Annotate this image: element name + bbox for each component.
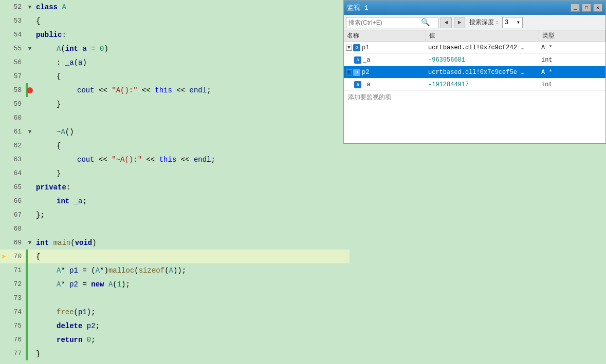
var-icon: p — [353, 69, 360, 76]
watch-cell-value: -1912844917 — [426, 79, 539, 90]
code-line: 76return 0; — [0, 333, 350, 347]
watch-var-type: A * — [541, 44, 553, 51]
line-number: 62 — [0, 142, 26, 149]
watch-row[interactable]: ▼ p p2 ucrtbased.dll!0x7c9cef5e (加载符... … — [344, 66, 605, 79]
code-line: 60 — [0, 111, 350, 125]
search-input[interactable] — [348, 19, 420, 26]
line-number: 65 — [0, 183, 26, 191]
code-line: 68 — [0, 222, 350, 236]
code-line: 53{ — [0, 14, 350, 28]
code-line: 59} — [0, 97, 350, 111]
code-content: : _a(a) — [34, 59, 350, 67]
watch-toolbar: 🔍 ◄ ► 搜索深度： 3 ▾ — [344, 15, 605, 30]
code-content: int main(void) — [34, 239, 350, 247]
execution-arrow: ➤ — [1, 251, 7, 262]
line-number: 52 — [0, 3, 26, 11]
code-line: 74free(p1); — [0, 305, 350, 319]
code-line: 75delete p2; — [0, 319, 350, 333]
code-content: A* p1 = (A*)malloc(sizeof(A)); — [34, 266, 350, 275]
forward-button[interactable]: ► — [454, 17, 465, 28]
expand-icon[interactable]: ▼ — [346, 45, 352, 51]
code-content: class A — [34, 3, 350, 11]
watch-cell-type: int — [539, 54, 605, 66]
watch-var-value: ucrtbased.dll!0x7c9cf242 (加载符... — [428, 43, 526, 52]
watch-cell-name: a _a — [344, 54, 426, 66]
code-line: 62{ — [0, 139, 350, 152]
fold-icon[interactable]: ▼ — [26, 46, 34, 52]
code-content: public: — [34, 31, 350, 39]
code-content: cout << "~A():" << this << endl; — [34, 156, 350, 164]
watch-titlebar: 监视 1 _ □ ✕ — [344, 1, 605, 15]
code-line: 72A* p2 = new A(1); — [0, 277, 350, 291]
var-icon: a — [354, 56, 361, 64]
minimize-button[interactable]: _ — [571, 4, 580, 12]
line-number: 61 — [0, 128, 26, 136]
watch-row[interactable]: ▼ p p1 ucrtbased.dll!0x7c9cf242 (加载符... … — [344, 42, 605, 54]
search-icon[interactable]: 🔍 — [420, 18, 430, 27]
code-content: free(p1); — [34, 308, 350, 316]
watch-var-name: p2 — [362, 69, 369, 76]
line-number: 72 — [0, 280, 26, 288]
watch-table: 名称 值 类型 ▼ p p1 ucrtbased.dll!0x7c9cf242 … — [344, 30, 605, 143]
close-button[interactable]: ✕ — [593, 4, 602, 12]
code-content: private: — [34, 183, 350, 191]
code-content: ~A() — [34, 128, 350, 136]
back-button[interactable]: ◄ — [440, 17, 452, 28]
code-line: 67}; — [0, 208, 350, 222]
code-content: { — [34, 253, 350, 261]
code-line: 58cout << "A():" << this << endl; — [0, 83, 350, 97]
fold-icon[interactable]: ▼ — [26, 129, 34, 135]
watch-cell-value: -963956601 — [426, 54, 539, 66]
watch-var-name: _a — [363, 56, 370, 64]
code-line: 57{ — [0, 69, 350, 83]
restore-button[interactable]: □ — [582, 4, 591, 12]
code-content: { — [34, 17, 350, 25]
code-content: cout << "A():" << this << endl; — [34, 86, 350, 94]
fold-icon[interactable]: ▼ — [26, 240, 34, 246]
watch-var-value: -963956601 — [428, 56, 465, 64]
watch-window: 监视 1 _ □ ✕ 🔍 ◄ ► 搜索深度： 3 ▾ 名称 值 类型 ▼ p — [343, 0, 606, 144]
code-content: int _a; — [34, 197, 350, 205]
code-content: } — [34, 169, 350, 178]
watch-row[interactable]: a _a -1912844917 int — [344, 79, 605, 91]
add-watch-row[interactable]: 添加要监视的项 — [344, 91, 605, 103]
code-line: 66int _a; — [0, 194, 350, 208]
code-line: 61▼~A() — [0, 125, 350, 139]
watch-var-name: _a — [363, 81, 370, 88]
watch-title: 监视 1 — [347, 3, 369, 12]
code-line: 55▼A(int a = 0) — [0, 42, 350, 55]
breakpoint-dot — [27, 87, 33, 93]
col-header-value: 值 — [426, 30, 539, 41]
depth-combo[interactable]: 3 ▾ — [502, 17, 523, 28]
line-number: 58 — [0, 86, 26, 94]
line-number: 55 — [0, 45, 26, 52]
code-line: 56: _a(a) — [0, 55, 350, 69]
code-content: } — [34, 350, 350, 358]
watch-cell-name: ▼ p p2 — [344, 66, 426, 78]
watch-cell-name: ▼ p p1 — [344, 42, 426, 53]
watch-row[interactable]: a _a -963956601 int — [344, 54, 605, 66]
code-line: 52▼class A — [0, 0, 350, 14]
line-number: 76 — [0, 336, 26, 343]
search-box: 🔍 — [346, 17, 438, 28]
watch-var-value: -1912844917 — [428, 81, 469, 88]
expand-icon[interactable]: ▼ — [346, 69, 352, 75]
col-header-name: 名称 — [344, 30, 426, 41]
line-number: 67 — [0, 211, 26, 219]
line-number: 75 — [0, 322, 26, 330]
fold-icon[interactable]: ▼ — [26, 4, 34, 10]
watch-cell-value: ucrtbased.dll!0x7c9cf242 (加载符... — [426, 42, 539, 53]
depth-label: 搜索深度： — [469, 18, 500, 27]
code-content: }; — [34, 211, 350, 219]
code-line: 54public: — [0, 28, 350, 42]
watch-cell-name: a _a — [344, 79, 426, 90]
line-number: 60 — [0, 114, 26, 122]
code-content: A(int a = 0) — [34, 45, 350, 53]
code-line: 77} — [0, 347, 350, 360]
var-icon: a — [354, 81, 361, 88]
watch-var-value: ucrtbased.dll!0x7c9cef5e (加载符... — [428, 68, 526, 76]
watch-cell-type: A * — [539, 66, 605, 78]
col-header-type: 类型 — [539, 30, 605, 41]
watch-var-type: int — [541, 81, 553, 88]
line-number: 56 — [0, 59, 26, 66]
